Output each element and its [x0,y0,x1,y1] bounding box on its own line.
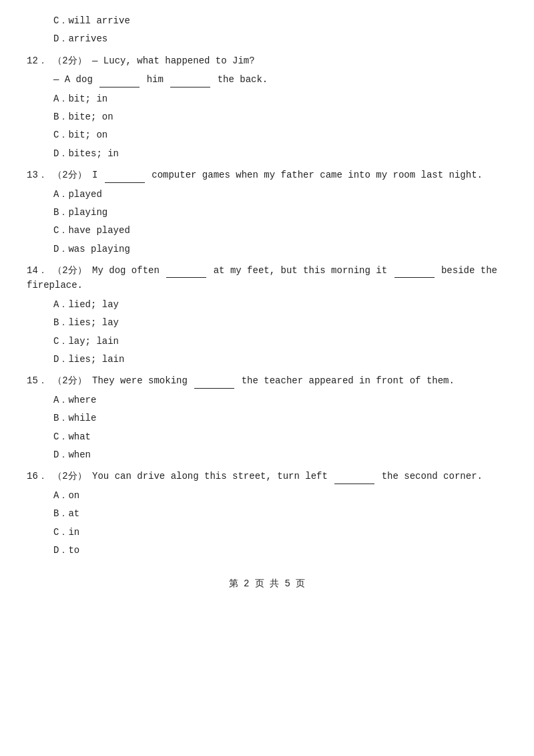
question-text: — Lucy, what happened to Jim? [92,55,255,66]
question-number: 12． [27,55,47,66]
option-14-d: D．lies; lain [53,352,507,367]
option-14-b: B．lies; lay [53,315,507,330]
option-text: D．when [53,449,91,460]
question-number: 16． [27,471,47,482]
question-14: 14． （2分） My dog often at my feet, but th… [27,263,507,367]
option-text: B．lies; lay [53,317,119,328]
option-12-d: D．bites; in [53,146,507,161]
question-12: 12． （2分） — Lucy, what happened to Jim? —… [27,53,507,161]
option-15-d: D．when [53,447,507,462]
option-text: C．have played [53,225,130,236]
question-points: （2分） [53,265,86,276]
question-13: 13． （2分） I computer games when my father… [27,168,507,256]
option-text: D．was playing [53,244,130,254]
option-16-d: D．to [53,543,507,558]
option-text: A．lied; lay [53,299,119,310]
footer-text: 第 2 页 共 5 页 [229,578,306,589]
option-13-c: C．have played [53,223,507,238]
option-text: C．what [53,431,91,442]
option-text: D．arrives [53,33,107,44]
option-12-b: B．bite; on [53,110,507,124]
option-12-c: C．bit; on [53,128,507,142]
option-12-a: A．bit; in [53,91,507,106]
option-text: C．in [53,527,79,538]
question-16: 16． （2分） You can drive along this street… [27,469,507,558]
option-text: A．bit; in [53,93,107,104]
option-15-c: C．what [53,429,507,444]
option-15-a: A．where [53,393,507,407]
option-text: A．where [53,395,96,405]
question-15-stem: 15． （2分） They were smoking the teacher a… [27,373,507,388]
option-text: D．to [53,545,79,556]
option-13-b: B．playing [53,205,507,220]
question-16-stem: 16． （2分） You can drive along this street… [27,469,507,484]
option-text: B．bite; on [53,112,113,122]
option-16-c: C．in [53,525,507,540]
question-points: （2分） [53,471,86,482]
option-text: B．while [53,413,96,423]
question-14-stem: 14． （2分） My dog often at my feet, but th… [27,263,507,293]
option-text: C．will arrive [53,15,130,26]
page-footer: 第 2 页 共 5 页 [27,578,507,590]
question-points: （2分） [53,170,86,180]
question-number: 14． [27,265,47,276]
question-12-sub: — A dog him the back. [53,72,507,87]
question-12-stem: 12． （2分） — Lucy, what happened to Jim? [27,53,507,68]
option-text: B．at [53,508,79,519]
option-d-arrives: D．arrives [53,31,507,46]
option-15-b: B．while [53,411,507,425]
option-13-d: D．was playing [53,242,507,256]
question-number: 13． [27,170,47,180]
option-text: D．bites; in [53,148,119,159]
option-14-a: A．lied; lay [53,297,507,312]
option-13-a: A．played [53,187,507,202]
option-text: C．bit; on [53,130,107,140]
option-16-a: A．on [53,488,507,503]
option-14-c: C．lay; lain [53,334,507,349]
option-16-b: B．at [53,506,507,521]
option-text: B．playing [53,207,107,218]
question-number: 15． [27,375,47,386]
question-13-stem: 13． （2分） I computer games when my father… [27,168,507,182]
question-points: （2分） [53,55,86,66]
option-text: A．on [53,490,79,501]
option-text: A．played [53,189,102,200]
question-points: （2分） [53,375,86,386]
option-c-will-arrive: C．will arrive [53,13,507,28]
option-text: D．lies; lain [53,354,124,365]
option-text: C．lay; lain [53,336,119,347]
question-15: 15． （2分） They were smoking the teacher a… [27,373,507,462]
